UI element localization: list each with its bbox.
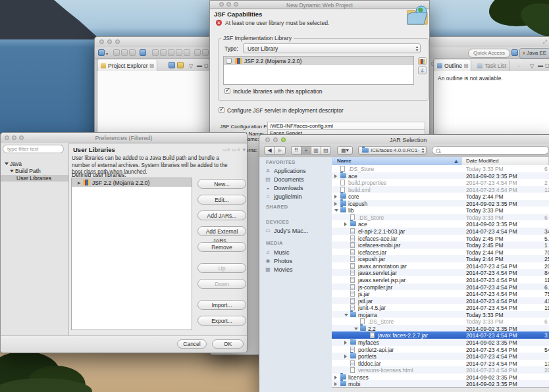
- configure-servlet-checkbox[interactable]: [219, 107, 224, 113]
- table-row[interactable]: javax.faces-2.2.7.jar2014-07-23 4:54 PM3…: [332, 331, 549, 339]
- collapse-all-icon[interactable]: [169, 62, 175, 68]
- close-button[interactable]: [99, 39, 104, 44]
- cancel-button[interactable]: Cancel: [177, 339, 207, 349]
- debug-icon[interactable]: [152, 49, 159, 56]
- preferences-titlebar[interactable]: Preferences (Filtered): [1, 133, 247, 143]
- save-all-icon[interactable]: [121, 49, 128, 56]
- disclosure-triangle[interactable]: [334, 174, 337, 178]
- add-external-jars-button[interactable]: Add External JARs...: [197, 226, 246, 236]
- table-row[interactable]: 2.22014-09-02 3:35 PM: [332, 325, 549, 332]
- list-view-button[interactable]: ≡: [301, 146, 311, 155]
- disclosure-triangle[interactable]: [344, 222, 347, 226]
- list-item[interactable]: JSF 2.2 (Mojarra 2.2.0): [224, 57, 413, 65]
- disclosure-triangle[interactable]: [334, 195, 337, 199]
- remove-button[interactable]: Remove: [197, 242, 246, 252]
- table-row[interactable]: mobi2014-09-02 3:35 PM: [332, 380, 549, 387]
- view-menu-icon[interactable]: ▽: [189, 63, 193, 69]
- disclosure-triangle[interactable]: [334, 382, 337, 386]
- table-row[interactable]: javax.servlet.jar2014-07-23 4:54 PM84: [332, 269, 549, 276]
- table-row[interactable]: js.jar2014-07-23 4:54 PM752: [332, 290, 549, 297]
- table-row[interactable]: .DS_StoreToday 3:33 PM6: [332, 214, 549, 221]
- table-row[interactable]: libToday 3:33 PM: [332, 207, 549, 214]
- up-button[interactable]: Up: [197, 263, 246, 273]
- defined-libraries-list[interactable]: ▶ JSF 2.2 (Mojarra 2.2.0): [71, 178, 192, 330]
- table-row[interactable]: javax.servlet.jsp.jar2014-07-23 4:54 PM1…: [332, 276, 549, 283]
- minimize-view-icon[interactable]: ▬: [197, 62, 202, 68]
- tab-project-explorer[interactable]: Project Explorer ⊠: [98, 60, 157, 72]
- back-history-icon[interactable]: [194, 49, 201, 56]
- view-menu-icon[interactable]: ▽: [530, 63, 534, 69]
- edit-button[interactable]: Edit...: [197, 195, 246, 205]
- table-row[interactable]: versions-licenses.html2014-07-23 4:54 PM…: [332, 366, 549, 374]
- column-view-button[interactable]: ▥: [311, 146, 321, 155]
- table-row[interactable]: icefaces-mobi.jarToday 2:45 PM1: [332, 241, 549, 249]
- search-input[interactable]: [432, 146, 549, 155]
- table-row[interactable]: coreToday 2:44 PM: [332, 193, 549, 200]
- table-row[interactable]: build.xml2014-07-23 4:54 PM12: [332, 186, 549, 193]
- sidebar-item-downloads[interactable]: Downloads: [274, 185, 303, 191]
- resume-icon[interactable]: [184, 49, 190, 56]
- filter-input[interactable]: [3, 145, 64, 153]
- perspective-java-ee-button[interactable]: ♦ Java EE: [519, 48, 549, 59]
- column-date-modified[interactable]: Date Modified: [466, 157, 498, 165]
- include-libraries-checkbox[interactable]: [224, 88, 230, 94]
- jar-titlebar[interactable]: JAR Selection: [259, 135, 549, 145]
- arrange-menu-button[interactable]: ▦▾: [337, 146, 353, 155]
- sidebar-item-user-libraries[interactable]: User Libraries: [1, 175, 68, 182]
- quick-access-button[interactable]: Quick Access: [468, 49, 510, 58]
- table-row[interactable]: .DS_StoreToday 3:33 PM6: [332, 165, 549, 172]
- down-button[interactable]: Down: [197, 279, 246, 289]
- forward-history-icon[interactable]: [202, 49, 209, 56]
- table-row[interactable]: js-compiler.jar2014-07-23 4:54 PM6.7: [332, 283, 549, 291]
- minimize-view-icon[interactable]: ▬: [538, 62, 543, 68]
- add-jars-button[interactable]: Add JARs...: [197, 210, 246, 220]
- table-row[interactable]: jstl.jar2014-07-23 4:54 PM414: [332, 297, 549, 305]
- type-dropdown[interactable]: User Library ▴▾: [243, 43, 421, 53]
- table-row[interactable]: portlet2-api.jar2014-07-23 4:54 PM54: [332, 346, 549, 353]
- open-perspective-icon[interactable]: [511, 49, 518, 56]
- sidebar-item-build-path[interactable]: Build Path: [10, 168, 41, 174]
- stop-icon[interactable]: [168, 49, 174, 56]
- table-row[interactable]: ace2014-09-02 3:35 PM: [332, 172, 549, 180]
- table-row[interactable]: el-api-2.2.1-b03.jar2014-07-23 4:54 PM34: [332, 228, 549, 235]
- view-pulldown-icon[interactable]: ◦: [518, 63, 520, 69]
- table-row[interactable]: icefaces.jarToday 2:44 PM704: [332, 249, 549, 256]
- icon-view-button[interactable]: ⠿: [291, 146, 301, 155]
- sidebar-item-music[interactable]: Music: [274, 249, 290, 256]
- run-icon[interactable]: [160, 49, 167, 56]
- export-button[interactable]: Export...: [197, 316, 246, 326]
- sidebar-item-applications[interactable]: Applications: [274, 168, 306, 174]
- fullscreen-icon[interactable]: ⤢: [543, 39, 547, 45]
- tab-outline[interactable]: Outline ⊠: [434, 60, 471, 72]
- table-row[interactable]: portlets2014-07-23 4:54 PM: [332, 353, 549, 360]
- list-item[interactable]: ▶ JSF 2.2 (Mojarra 2.2.0): [72, 178, 192, 187]
- disclosure-triangle[interactable]: ▶: [78, 180, 81, 185]
- coverflow-view-button[interactable]: ▤: [321, 146, 331, 155]
- table-row[interactable]: icepush.jarToday 2:44 PM256: [332, 255, 549, 262]
- expanded-icon[interactable]: [5, 162, 9, 165]
- expanded-icon[interactable]: [10, 170, 14, 172]
- sidebar-item-photos[interactable]: Photos: [274, 258, 292, 264]
- table-row[interactable]: icepush2014-09-02 3:35 PM: [332, 200, 549, 207]
- disclosure-triangle[interactable]: [344, 355, 347, 358]
- maximize-view-icon[interactable]: ◻: [204, 62, 209, 68]
- table-row[interactable]: mojarraToday 3:33 PM: [332, 311, 549, 318]
- disclosure-triangle[interactable]: [334, 202, 337, 206]
- save-icon[interactable]: [113, 49, 120, 56]
- sidebar-item-judy-s-mac-[interactable]: Judy's Mac...: [274, 228, 308, 234]
- tab-task-list[interactable]: Task List: [475, 60, 510, 72]
- close-icon[interactable]: ⊠: [463, 62, 468, 69]
- disclosure-triangle[interactable]: [334, 376, 337, 380]
- download-library-button[interactable]: ⇓: [418, 66, 427, 74]
- disclosure-triangle[interactable]: [334, 209, 338, 212]
- sidebar-item-jguglielmin[interactable]: jguglielmin: [274, 193, 302, 200]
- table-row[interactable]: junit-4.5.jar2014-07-23 4:54 PM199: [332, 304, 549, 311]
- ok-button[interactable]: OK: [212, 339, 244, 349]
- disclosure-triangle[interactable]: [354, 328, 358, 330]
- sidebar-item-documents[interactable]: Documents: [274, 176, 304, 183]
- disclosure-triangle[interactable]: [344, 341, 347, 345]
- table-row[interactable]: ace2014-09-02 3:35 PM: [332, 220, 549, 228]
- sidebar-item-java[interactable]: Java: [5, 160, 22, 167]
- step-icon[interactable]: [176, 49, 182, 56]
- table-row[interactable]: icefaces-ace.jarToday 2:45 PM5.3: [332, 235, 549, 242]
